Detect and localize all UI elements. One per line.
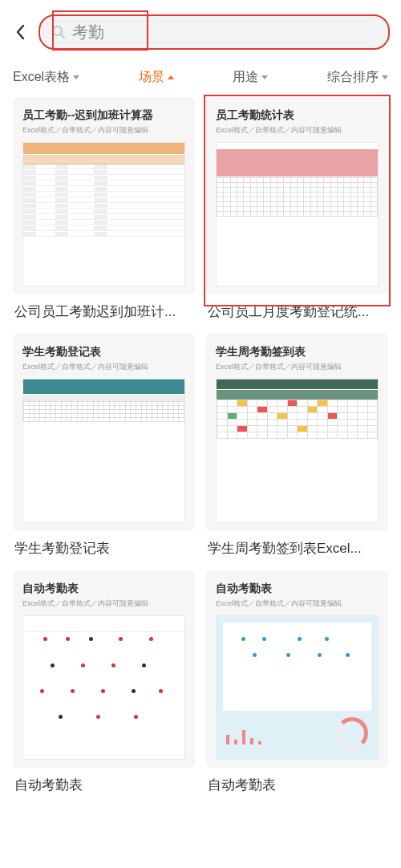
chevron-up-icon — [168, 75, 174, 79]
chevron-down-icon — [73, 75, 79, 79]
search-icon — [51, 25, 66, 39]
card-caption: 公司员工考勤迟到加班计... — [13, 294, 195, 326]
grid-row: 员工考勤--迟到加班计算器 Excel格式／自带格式／内容可随意编辑 公司员工考… — [13, 97, 388, 326]
card-caption: 学生考勤登记表 — [13, 531, 195, 562]
filter-scene[interactable]: 场景 — [139, 69, 174, 86]
search-query-text: 考勤 — [72, 22, 104, 43]
card-caption: 学生周考勤签到表Excel... — [206, 531, 388, 562]
card-subtitle: Excel格式／自带格式／内容可随意编辑 — [216, 598, 379, 609]
card-preview-area: 学生考勤登记表 Excel格式／自带格式／内容可随意编辑 — [13, 334, 195, 531]
card-title: 员工考勤统计表 — [216, 108, 379, 123]
sheet-preview — [216, 379, 379, 523]
chevron-left-icon — [15, 24, 26, 40]
template-card[interactable]: 学生周考勤签到表 Excel格式／自带格式／内容可随意编辑 学生周考勤签到表E — [206, 334, 388, 562]
card-preview-area: 员工考勤统计表 Excel格式／自带格式／内容可随意编辑 — [206, 97, 388, 294]
card-preview-area: 自动考勤表 Excel格式／自带格式／内容可随意编辑 — [206, 570, 388, 768]
template-card[interactable]: 自动考勤表 Excel格式／自带格式／内容可随意编辑 自动考勤表 — [13, 570, 195, 799]
card-subtitle: Excel格式／自带格式／内容可随意编辑 — [22, 362, 185, 372]
filter-usage[interactable]: 用途 — [233, 69, 268, 86]
card-title: 自动考勤表 — [216, 582, 379, 596]
card-title: 自动考勤表 — [22, 582, 185, 596]
filter-format[interactable]: Excel表格 — [13, 69, 79, 86]
card-preview-area: 自动考勤表 Excel格式／自带格式／内容可随意编辑 — [13, 570, 195, 768]
card-caption: 自动考勤表 — [206, 768, 388, 799]
chevron-down-icon — [382, 75, 388, 79]
template-card[interactable]: 员工考勤--迟到加班计算器 Excel格式／自带格式／内容可随意编辑 公司员工考… — [13, 97, 195, 326]
card-caption: 自动考勤表 — [13, 768, 195, 799]
template-grid: 员工考勤--迟到加班计算器 Excel格式／自带格式／内容可随意编辑 公司员工考… — [0, 97, 401, 799]
card-subtitle: Excel格式／自带格式／内容可随意编辑 — [216, 125, 379, 136]
card-title: 学生周考勤签到表 — [216, 345, 379, 359]
card-preview-area: 员工考勤--迟到加班计算器 Excel格式／自带格式／内容可随意编辑 — [13, 97, 195, 294]
sheet-preview — [22, 142, 185, 286]
filter-sort[interactable]: 综合排序 — [327, 69, 388, 86]
card-caption: 公司员工月度考勤登记统... — [206, 294, 388, 326]
chevron-down-icon — [261, 75, 268, 79]
sheet-preview — [216, 142, 379, 286]
grid-row: 学生考勤登记表 Excel格式／自带格式／内容可随意编辑 学生考勤登记表 — [13, 334, 388, 562]
svg-line-1 — [61, 34, 64, 38]
template-card[interactable]: 员工考勤统计表 Excel格式／自带格式／内容可随意编辑 — [206, 97, 388, 326]
template-card[interactable]: 自动考勤表 Excel格式／自带格式／内容可随意编辑 自动考勤表 — [206, 570, 388, 799]
sheet-preview — [22, 379, 185, 523]
card-subtitle: Excel格式／自带格式／内容可随意编辑 — [22, 598, 185, 609]
card-title: 员工考勤--迟到加班计算器 — [22, 108, 185, 123]
header-bar: 考勤 — [0, 0, 401, 61]
search-input-container[interactable]: 考勤 — [38, 14, 390, 50]
filter-bar: Excel表格 场景 用途 综合排序 — [0, 61, 401, 97]
sheet-preview — [22, 615, 185, 760]
card-subtitle: Excel格式／自带格式／内容可随意编辑 — [22, 125, 185, 136]
card-title: 学生考勤登记表 — [22, 345, 185, 359]
template-card[interactable]: 学生考勤登记表 Excel格式／自带格式／内容可随意编辑 学生考勤登记表 — [13, 334, 195, 562]
back-button[interactable] — [11, 22, 30, 42]
sheet-preview — [216, 615, 379, 760]
grid-row: 自动考勤表 Excel格式／自带格式／内容可随意编辑 自动考勤表 自动考勤表 E… — [13, 570, 388, 799]
card-preview-area: 学生周考勤签到表 Excel格式／自带格式／内容可随意编辑 — [206, 334, 388, 531]
card-subtitle: Excel格式／自带格式／内容可随意编辑 — [216, 362, 379, 372]
